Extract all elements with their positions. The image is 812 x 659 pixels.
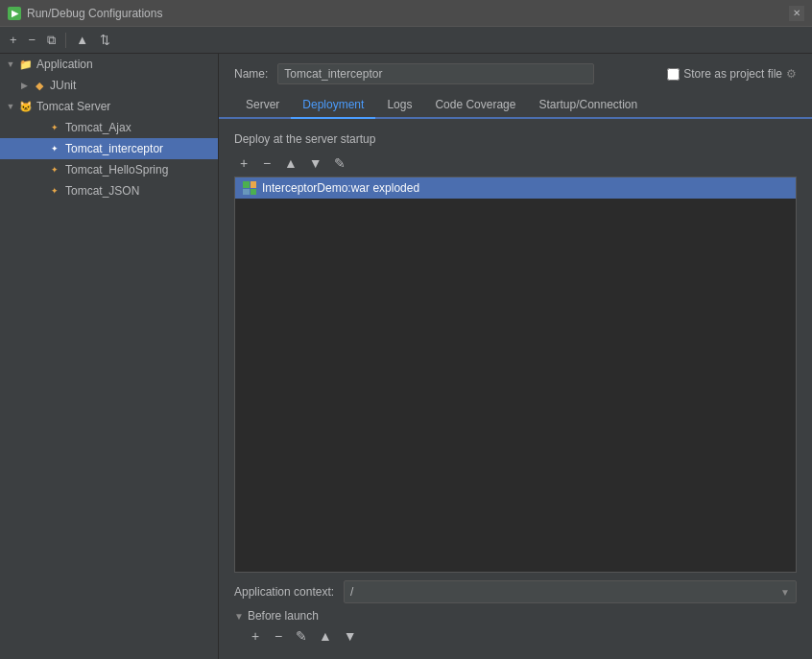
before-launch-header[interactable]: ▼ Before launch [234, 609, 797, 623]
tree-item-tomcat-json[interactable]: ✦ Tomcat_JSON [0, 180, 218, 201]
tab-code-coverage[interactable]: Code Coverage [423, 92, 527, 119]
deploy-edit-button[interactable]: ✎ [330, 153, 349, 173]
war-sq-3 [243, 189, 250, 196]
tree-item-tomcat-hellospring[interactable]: ✦ Tomcat_HelloSpring [0, 159, 218, 180]
sort-button[interactable]: ⇅ [96, 31, 114, 49]
tree-label-application: Application [36, 58, 93, 71]
war-sq-4 [251, 189, 257, 196]
deploy-section-label: Deploy at the server startup [234, 132, 797, 146]
config-icon-json: ✦ [48, 184, 61, 198]
before-launch-toolbar: + − ✎ ▲ ▼ [234, 626, 797, 646]
title-bar-controls: ✕ [789, 6, 804, 21]
context-label: Application context: [234, 585, 334, 599]
before-remove-button[interactable]: − [269, 626, 288, 646]
tab-startup-connection[interactable]: Startup/Connection [527, 92, 649, 119]
tab-logs[interactable]: Logs [375, 92, 423, 119]
deploy-down-button[interactable]: ▼ [305, 153, 326, 173]
main-layout: ▼ 📁 Application ▶ ◆ JUnit ▼ 🐱 Tomcat Ser… [0, 54, 812, 659]
tab-deployment[interactable]: Deployment [291, 92, 375, 119]
before-add-button[interactable]: + [246, 626, 265, 646]
context-dropdown[interactable]: / ▼ [344, 580, 797, 603]
title-bar-left: ▶ Run/Debug Configurations [8, 7, 162, 20]
junit-icon: ◆ [33, 79, 46, 92]
left-panel: ▼ 📁 Application ▶ ◆ JUnit ▼ 🐱 Tomcat Ser… [0, 54, 219, 659]
deploy-remove-button[interactable]: − [257, 153, 276, 173]
tomcat-server-icon: 🐱 [19, 100, 33, 113]
tree-label-junit: JUnit [50, 79, 76, 92]
copy-config-button[interactable]: ⧉ [43, 31, 60, 50]
tree-label-tomcat-server: Tomcat Server [36, 100, 110, 113]
expand-arrow-junit: ▶ [19, 81, 29, 90]
config-icon-hellospring: ✦ [48, 163, 61, 177]
close-button[interactable]: ✕ [789, 6, 804, 21]
spacer-ajax [35, 123, 44, 132]
before-launch-label: Before launch [248, 609, 319, 623]
name-row: Name: Store as project file ⚙ [219, 54, 812, 92]
before-down-button[interactable]: ▼ [340, 626, 361, 646]
name-label: Name: [234, 67, 268, 81]
dialog-title: Run/Debug Configurations [27, 7, 162, 20]
before-edit-button[interactable]: ✎ [292, 626, 311, 646]
store-label-container: Store as project file ⚙ [667, 67, 797, 81]
expand-arrow-tomcat: ▼ [6, 102, 15, 111]
tree-item-junit[interactable]: ▶ ◆ JUnit [0, 75, 218, 96]
spacer-interceptor [35, 144, 44, 153]
deploy-list: InterceptorDemo:war exploded [234, 177, 797, 573]
before-launch-section: ▼ Before launch + − ✎ ▲ ▼ [234, 603, 797, 646]
deploy-item-label: InterceptorDemo:war exploded [262, 181, 419, 195]
name-input[interactable] [277, 63, 594, 84]
war-sq-1 [243, 181, 250, 188]
tree-label-tomcat-interceptor: Tomcat_interceptor [65, 142, 163, 155]
deploy-add-button[interactable]: + [234, 153, 253, 173]
tab-content-deployment: Deploy at the server startup + − ▲ ▼ ✎ [219, 119, 812, 659]
tree-item-tomcat-server[interactable]: ▼ 🐱 Tomcat Server [0, 96, 218, 117]
toolbar-divider [65, 33, 66, 48]
tree-label-tomcat-hellospring: Tomcat_HelloSpring [65, 163, 168, 177]
top-toolbar: + − ⧉ ▲ ⇅ [0, 27, 812, 54]
store-label-text: Store as project file [683, 67, 782, 81]
war-icon-grid [243, 181, 256, 195]
right-panel: Name: Store as project file ⚙ Server Dep… [219, 54, 812, 659]
expand-arrow-application: ▼ [6, 59, 15, 69]
config-icon-interceptor: ✦ [48, 142, 61, 155]
tabs-bar: Server Deployment Logs Code Coverage Sta… [219, 92, 812, 119]
remove-config-button[interactable]: − [25, 31, 40, 49]
deploy-up-button[interactable]: ▲ [280, 153, 301, 173]
application-folder-icon: 📁 [19, 58, 33, 71]
tree-item-tomcat-ajax[interactable]: ✦ Tomcat_Ajax [0, 117, 218, 138]
tree-label-tomcat-ajax: Tomcat_Ajax [65, 121, 131, 134]
dropdown-arrow-icon: ▼ [780, 587, 790, 598]
tree-item-application[interactable]: ▼ 📁 Application [0, 54, 218, 75]
store-checkbox[interactable] [667, 68, 680, 81]
add-config-button[interactable]: + [6, 31, 21, 49]
context-value: / [350, 585, 353, 599]
tab-server[interactable]: Server [234, 92, 291, 119]
before-up-button[interactable]: ▲ [315, 626, 336, 646]
context-row: Application context: / ▼ [234, 573, 797, 603]
deploy-toolbar: + − ▲ ▼ ✎ [234, 153, 797, 173]
move-up-button[interactable]: ▲ [72, 31, 92, 49]
gear-icon[interactable]: ⚙ [786, 67, 797, 81]
config-icon-ajax: ✦ [48, 121, 61, 134]
war-sq-2 [251, 181, 257, 188]
spacer-json [35, 186, 44, 196]
deploy-list-item[interactable]: InterceptorDemo:war exploded [235, 177, 796, 199]
tree-item-tomcat-interceptor[interactable]: ✦ Tomcat_interceptor [0, 138, 218, 159]
spacer-hellospring [35, 165, 44, 175]
title-bar: ▶ Run/Debug Configurations ✕ [0, 0, 812, 27]
tree-label-tomcat-json: Tomcat_JSON [65, 184, 139, 198]
war-exploded-icon [243, 181, 256, 195]
run-debug-icon: ▶ [8, 7, 21, 20]
collapse-arrow-icon: ▼ [234, 611, 244, 622]
